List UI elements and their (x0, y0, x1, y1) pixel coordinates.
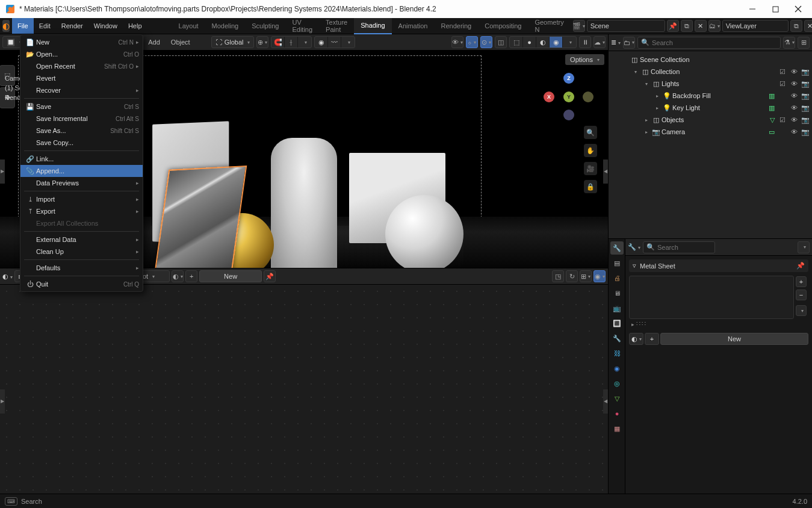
tab-texture-paint[interactable]: Texture Paint (319, 18, 354, 34)
minimize-button[interactable] (748, 5, 757, 13)
menu-help[interactable]: Help (123, 18, 147, 34)
outliner-item-camera[interactable]: ▸📷Camera▭👁📷 (609, 126, 812, 138)
menu-window[interactable]: Window (88, 18, 123, 34)
proptab-scene[interactable]: 🖥 (610, 287, 624, 300)
file-menu-append[interactable]: 📎Append... (20, 165, 143, 177)
file-menu-save-incremental[interactable]: Save IncrementalCtrl Alt S (20, 113, 143, 125)
toggle-1[interactable]: 👁 (790, 92, 798, 100)
viewlayer-field[interactable]: ViewLayer (722, 20, 789, 32)
outliner-item-key-light[interactable]: ▸💡Key Light▥👁📷 (609, 102, 812, 114)
outliner-display-mode[interactable]: 🗀▾ (623, 37, 635, 49)
shading-wireframe[interactable]: ⬚ (510, 37, 523, 48)
proptab-world[interactable]: 📺 (610, 302, 624, 315)
maximize-button[interactable] (771, 5, 779, 13)
material-browse-chip[interactable]: ◐▾ (629, 333, 643, 345)
node-graph-area[interactable]: ▶ ◀ (0, 285, 608, 494)
scene-field[interactable]: Scene (587, 20, 665, 32)
toggle-2[interactable]: 📷 (801, 68, 810, 76)
file-menu-link[interactable]: 🔗Link... (20, 153, 143, 165)
toggle-0[interactable] (778, 128, 787, 136)
vp-menu-add[interactable]: Add (144, 39, 164, 46)
material-new-button[interactable]: New (660, 333, 808, 345)
proptab-particles[interactable]: ⛓ (610, 347, 624, 360)
toggle-1[interactable]: 👁 (790, 128, 798, 136)
viewlayer-browse-icon[interactable]: 🗂▾ (708, 20, 721, 32)
proptab-constraints[interactable]: ◎ (610, 377, 624, 390)
material-add-chip[interactable]: + (645, 333, 659, 345)
new-viewlayer-icon[interactable]: ⧉ (790, 20, 802, 32)
axis-y[interactable]: Y (563, 91, 574, 102)
outliner-item-lights[interactable]: ▾◫Lights☑👁📷 (609, 78, 812, 90)
file-menu-recover[interactable]: Recover▸ (20, 84, 143, 96)
file-menu-data-previews[interactable]: Data Previews▸ (20, 177, 143, 189)
file-menu-open-recent[interactable]: Open RecentShift Ctrl O▸ (20, 60, 143, 72)
file-menu-clean-up[interactable]: Clean Up▸ (20, 246, 143, 258)
snap-toggle[interactable]: 🧲⟊▾ (271, 36, 312, 48)
proptab-mesh[interactable]: ▽ (610, 392, 624, 405)
cloud-icon[interactable]: ☁▾ (594, 36, 606, 48)
node-backdrop-icon[interactable]: ↻ (566, 270, 578, 282)
toggle-0[interactable] (778, 92, 787, 100)
scene-browse-icon[interactable]: 🎬▾ (573, 20, 585, 32)
new-scene-icon[interactable]: ⧉ (681, 20, 693, 32)
vp-menu-object[interactable]: Object (167, 39, 194, 46)
file-menu-open[interactable]: 📂Open...Ctrl O (20, 48, 143, 60)
nav-gizmo[interactable]: Z Y X (548, 75, 590, 117)
toggle-2[interactable]: 📷 (801, 104, 810, 112)
menu-edit[interactable]: Edit (34, 18, 56, 34)
expand-icon[interactable]: ▸ (653, 105, 662, 111)
outliner-tree[interactable]: ◫Scene Collection▾◫Collection☑👁📷▾◫Lights… (609, 51, 812, 238)
file-menu-new[interactable]: 📄NewCtrl N▸ (20, 36, 143, 48)
toggle-1[interactable]: 👁 (790, 116, 798, 124)
blender-logo-icon[interactable]: ◐ (2, 20, 10, 32)
material-slot-menu-icon[interactable]: ▾ (796, 305, 807, 316)
props-editor-type[interactable]: 🔧▾ (628, 243, 640, 251)
expand-icon[interactable]: ▸ (653, 93, 662, 99)
proptab-viewlayer[interactable]: 🖨 (610, 271, 624, 285)
tab-sculpting[interactable]: Sculpting (245, 18, 285, 34)
toggle-2[interactable]: 📷 (801, 128, 810, 136)
delete-scene-icon[interactable]: ✕ (695, 20, 707, 32)
toggle-1[interactable]: 👁 (790, 80, 798, 88)
lock-view-icon[interactable]: 🔒 (584, 180, 597, 193)
tab-shading[interactable]: Shading (354, 18, 391, 34)
axis-x[interactable]: X (544, 91, 554, 102)
pan-icon[interactable]: ✋ (584, 144, 597, 157)
gizmo-toggle-icon[interactable]: ⬦▾ (466, 36, 478, 48)
tab-modeling[interactable]: Modeling (205, 18, 246, 34)
proptab-render[interactable]: 🔧 (610, 241, 624, 255)
add-material-slot-icon[interactable]: + (796, 276, 807, 287)
shading-options[interactable]: ▾ (563, 37, 576, 48)
node-collapse-left[interactable]: ▶ (0, 389, 5, 414)
new-material-button[interactable]: New (199, 270, 262, 282)
remove-material-slot-icon[interactable]: − (796, 290, 807, 300)
toggle-1[interactable]: 👁 (790, 68, 798, 76)
file-menu-save[interactable]: 💾SaveCtrl S (20, 101, 143, 113)
file-menu-defaults[interactable]: Defaults▸ (20, 262, 143, 274)
proptab-physics[interactable]: ◉ (610, 362, 624, 375)
collapse-right-icon[interactable]: ◀ (603, 160, 608, 184)
proptab-object[interactable]: 🔳 (610, 317, 624, 330)
proptab-material[interactable]: ● (610, 407, 624, 420)
outliner-item-objects[interactable]: ▸◫Objects▽☑👁📷 (609, 114, 812, 126)
tab-uv-editing[interactable]: UV Editing (285, 18, 319, 34)
toggle-2[interactable]: 📷 (801, 80, 810, 88)
delete-viewlayer-icon[interactable]: ✕ (804, 20, 812, 32)
outliner-editor-type[interactable]: ≣▾ (611, 39, 621, 46)
close-button[interactable] (794, 5, 802, 13)
file-menu-save-as[interactable]: Save As...Shift Ctrl S (20, 125, 143, 137)
toggle-0[interactable]: ☑ (778, 68, 787, 76)
tab-animation[interactable]: Animation (392, 18, 435, 34)
axis-neg-x[interactable] (583, 91, 594, 102)
pin-scene-icon[interactable]: 📌 (667, 20, 679, 32)
toggle-0[interactable]: ☑ (778, 80, 787, 88)
proptab-texture[interactable]: ▦ (610, 422, 624, 435)
menu-file[interactable]: File (12, 18, 34, 34)
xray-icon[interactable]: ◫ (495, 36, 507, 48)
add-slot-icon[interactable]: + (185, 270, 197, 282)
toggle-2[interactable]: 📷 (801, 92, 810, 100)
orientation-selector[interactable]: ⛶ Global▾ (211, 36, 255, 48)
file-menu-quit[interactable]: ⏻QuitCtrl Q (20, 278, 143, 290)
expand-icon[interactable]: ▸ (642, 117, 651, 123)
outliner-item-backdrop-fill[interactable]: ▸💡Backdrop Fill▥👁📷 (609, 90, 812, 102)
